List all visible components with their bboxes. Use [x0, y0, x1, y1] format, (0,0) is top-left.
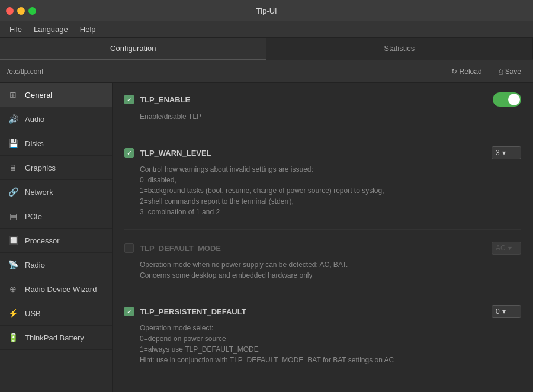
dropdown-arrow-icon: ▾	[502, 307, 506, 316]
dropdown-arrow-icon: ▾	[502, 149, 506, 157]
menu-help[interactable]: Help	[75, 23, 101, 36]
disks-icon: 💾	[7, 137, 19, 149]
tlp-enable-name: TLP_ENABLE	[140, 95, 487, 104]
sidebar-item-radio-device-wizard[interactable]: ⊕ Radio Device Wizard	[0, 277, 112, 301]
setting-tlp-persistent-default-header: ✓ TLP_PERSISTENT_DEFAULT 0 ▾	[124, 305, 521, 318]
sidebar-label-thinkpad-battery: ThinkPad Battery	[25, 333, 84, 342]
setting-tlp-enable: ✓ TLP_ENABLE Enable/disable TLP	[124, 92, 521, 134]
tlp-enable-desc: Enable/disable TLP	[140, 111, 521, 122]
sidebar-label-graphics: Graphics	[25, 163, 56, 172]
tlp-default-mode-dropdown[interactable]: AC ▾	[492, 242, 521, 255]
tlp-default-mode-desc: Operation mode when no power supply can …	[140, 259, 521, 281]
toolbar-actions: ↻ Reload ⎙ Save	[447, 65, 526, 78]
pcie-icon: ▤	[7, 210, 19, 222]
sidebar-label-usb: USB	[25, 309, 41, 318]
tlp-warn-level-checkbox[interactable]: ✓	[124, 148, 134, 158]
reload-button[interactable]: ↻ Reload	[447, 65, 487, 78]
graphics-icon: 🖥	[7, 162, 19, 173]
sidebar-label-processor: Processor	[25, 236, 60, 245]
audio-icon: 🔊	[7, 113, 19, 125]
save-icon: ⎙	[499, 68, 503, 76]
tlp-persistent-default-name: TLP_PERSISTENT_DEFAULT	[140, 307, 486, 316]
toggle-knob	[508, 94, 520, 105]
sidebar: ⊞ General 🔊 Audio 💾 Disks 🖥 Graphics 🔗 N…	[0, 83, 113, 392]
save-button[interactable]: ⎙ Save	[494, 65, 526, 78]
radio-wizard-icon: ⊕	[7, 283, 19, 295]
tlp-default-mode-value: AC	[496, 244, 506, 252]
tlp-warn-level-desc: Control how warnings about invalid setti…	[140, 164, 521, 217]
sidebar-item-pcie[interactable]: ▤ PCIe	[0, 204, 112, 229]
maximize-button[interactable]	[28, 7, 36, 15]
sidebar-label-network: Network	[25, 188, 53, 197]
settings-content: ✓ TLP_ENABLE Enable/disable TLP ✓ TLP_WA…	[113, 83, 533, 392]
reload-icon: ↻	[451, 68, 457, 76]
tlp-enable-checkbox[interactable]: ✓	[124, 95, 134, 104]
sidebar-label-pcie: PCIe	[25, 212, 42, 221]
tlp-persistent-default-desc: Operation mode select: 0=depend on power…	[140, 323, 521, 365]
tlp-persistent-default-dropdown[interactable]: 0 ▾	[492, 305, 521, 318]
tlp-persistent-default-checkbox[interactable]: ✓	[124, 307, 134, 316]
setting-tlp-persistent-default: ✓ TLP_PERSISTENT_DEFAULT 0 ▾ Operation m…	[124, 305, 521, 377]
setting-tlp-warn-level: ✓ TLP_WARN_LEVEL 3 ▾ Control how warning…	[124, 146, 521, 230]
tab-configuration[interactable]: Configuration	[0, 38, 266, 60]
tlp-default-mode-checkbox[interactable]	[124, 243, 134, 253]
processor-icon: 🔲	[7, 234, 19, 246]
usb-icon: ⚡	[7, 307, 19, 319]
sidebar-item-disks[interactable]: 💾 Disks	[0, 131, 112, 156]
sidebar-label-disks: Disks	[25, 139, 44, 148]
tlp-persistent-default-value: 0	[496, 307, 500, 316]
sidebar-item-general[interactable]: ⊞ General	[0, 83, 112, 107]
menu-language[interactable]: Language	[29, 23, 73, 36]
sidebar-item-graphics[interactable]: 🖥 Graphics	[0, 156, 112, 180]
close-button[interactable]	[6, 7, 14, 15]
sidebar-item-radio[interactable]: 📡 Radio	[0, 253, 112, 277]
setting-tlp-warn-level-header: ✓ TLP_WARN_LEVEL 3 ▾	[124, 146, 521, 159]
tab-statistics[interactable]: Statistics	[266, 38, 534, 60]
setting-tlp-enable-header: ✓ TLP_ENABLE	[124, 92, 521, 107]
thinkpad-battery-icon: 🔋	[7, 332, 19, 343]
menu-file[interactable]: File	[5, 23, 27, 36]
menubar: File Language Help	[0, 21, 533, 38]
window-title: Tlp-UI	[256, 7, 277, 15]
sidebar-item-audio[interactable]: 🔊 Audio	[0, 107, 112, 131]
sidebar-item-processor[interactable]: 🔲 Processor	[0, 229, 112, 253]
tlp-enable-toggle[interactable]	[493, 92, 521, 107]
sidebar-label-general: General	[25, 91, 52, 99]
titlebar: Tlp-UI	[0, 0, 533, 21]
main-layout: ⊞ General 🔊 Audio 💾 Disks 🖥 Graphics 🔗 N…	[0, 83, 533, 392]
sidebar-label-audio: Audio	[25, 115, 44, 124]
tlp-default-mode-name: TLP_DEFAULT_MODE	[140, 244, 486, 253]
config-path: /etc/tlp.conf	[7, 68, 447, 76]
general-icon: ⊞	[7, 89, 19, 101]
tlp-warn-level-name: TLP_WARN_LEVEL	[140, 149, 486, 158]
sidebar-item-network[interactable]: 🔗 Network	[0, 180, 112, 204]
tlp-warn-level-dropdown[interactable]: 3 ▾	[492, 146, 521, 159]
setting-tlp-default-mode-header: TLP_DEFAULT_MODE AC ▾	[124, 242, 521, 255]
network-icon: 🔗	[7, 186, 19, 198]
sidebar-item-thinkpad-battery[interactable]: 🔋 ThinkPad Battery	[0, 326, 112, 350]
window-controls	[6, 7, 36, 15]
minimize-button[interactable]	[17, 7, 25, 15]
radio-icon: 📡	[7, 259, 19, 271]
sidebar-label-radio-device-wizard: Radio Device Wizard	[25, 285, 97, 294]
tlp-warn-level-value: 3	[496, 149, 500, 157]
tab-bar: Configuration Statistics	[0, 38, 533, 60]
dropdown-arrow-icon: ▾	[508, 244, 512, 252]
toolbar: /etc/tlp.conf ↻ Reload ⎙ Save	[0, 60, 533, 83]
sidebar-item-usb[interactable]: ⚡ USB	[0, 301, 112, 326]
sidebar-label-radio: Radio	[25, 261, 45, 269]
setting-tlp-default-mode: TLP_DEFAULT_MODE AC ▾ Operation mode whe…	[124, 242, 521, 293]
